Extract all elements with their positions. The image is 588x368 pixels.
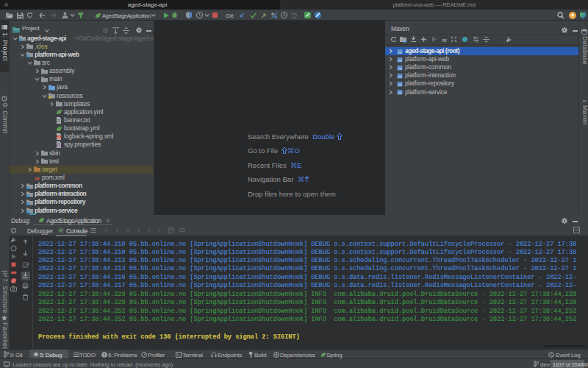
svg-text:m: m xyxy=(35,174,39,181)
svg-text:m: m xyxy=(398,49,402,54)
svg-text:m: m xyxy=(398,82,402,87)
svg-text:</>: </> xyxy=(57,135,61,139)
svg-text:m: m xyxy=(442,37,446,43)
svg-text:m: m xyxy=(398,91,402,95)
svg-text:m: m xyxy=(398,66,402,70)
svg-text:m: m xyxy=(398,74,402,79)
svg-text:m: m xyxy=(582,98,586,103)
svg-text:m: m xyxy=(398,57,402,62)
